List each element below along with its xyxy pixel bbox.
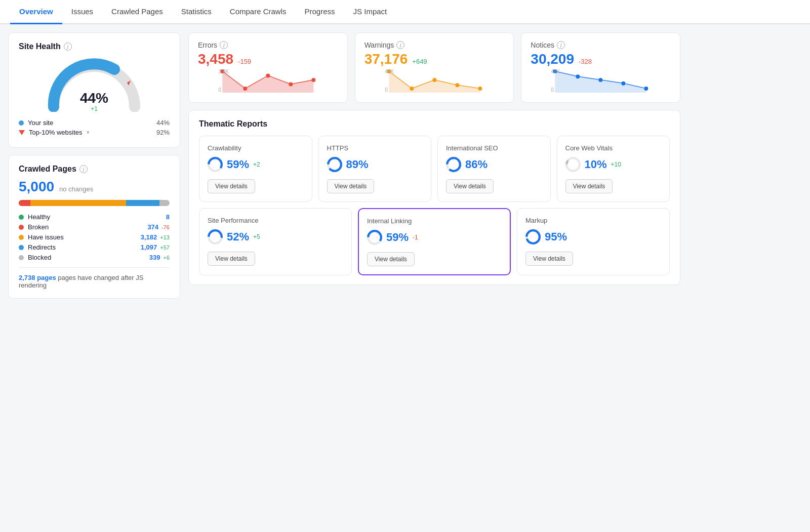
svg-text:+1: +1: [91, 105, 98, 112]
top-reports-grid: Crawlability59%+2View detailsHTTPS89%Vie…: [199, 136, 670, 202]
report-name: International SEO: [446, 144, 542, 152]
donut-icon: [446, 157, 461, 172]
svg-point-18: [576, 74, 580, 78]
svg-point-12: [432, 78, 436, 82]
crawled-divider: [19, 267, 170, 268]
bottom-reports-grid: Site Performance52%+5View detailsInterna…: [199, 208, 670, 275]
site-health-card: Site Health i 44% +1: [8, 32, 180, 148]
metric-label: Notices i: [531, 41, 671, 49]
crawl-item-value: 3,182: [141, 233, 157, 241]
view-details-button[interactable]: View details: [446, 179, 494, 193]
nav-item-compare-crawls[interactable]: Compare Crawls: [221, 0, 296, 24]
mini-chart: 42K0: [531, 67, 671, 93]
your-site-label: Your site: [28, 119, 53, 127]
report-score-row: 52%+5: [208, 229, 343, 244]
report-name: Crawlability: [208, 144, 304, 152]
metric-value: 37,176: [364, 51, 408, 67]
crawled-pages-card: Crawled Pages i 5,000 no changes Healthy…: [8, 155, 180, 299]
crawl-item-value: 374: [147, 223, 158, 231]
nav-item-crawled-pages[interactable]: Crawled Pages: [102, 0, 172, 24]
top10-value: 92%: [156, 129, 170, 136]
nav-item-issues[interactable]: Issues: [62, 0, 102, 24]
report-name: Markup: [525, 217, 661, 224]
metrics-row: Errors i3,458-1593.6K0Warnings i37,176+6…: [188, 32, 680, 103]
crawl-legend: Healthy8Broken374-76Have issues3,182+13R…: [19, 213, 170, 261]
crawl-legend-item: Healthy8: [19, 213, 170, 221]
report-card-core-web-vitals: Core Web Vitals10%+10View details: [557, 136, 670, 202]
site-health-info-icon[interactable]: i: [64, 43, 72, 51]
view-details-button[interactable]: View details: [208, 252, 255, 266]
svg-point-37: [526, 230, 540, 243]
svg-point-11: [410, 87, 414, 91]
report-card-internal-linking: Internal Linking59%-1View details: [358, 208, 511, 275]
crawl-legend-item: Blocked339+6: [19, 254, 170, 261]
crawled-count-row: 5,000 no changes: [19, 179, 170, 195]
svg-point-13: [455, 83, 459, 87]
report-score: 86%: [465, 158, 488, 171]
your-site-dot: [19, 120, 24, 126]
nav-item-statistics[interactable]: Statistics: [172, 0, 221, 24]
changed-pages-link[interactable]: 2,738 pages: [19, 274, 56, 281]
view-details-button[interactable]: View details: [525, 252, 573, 266]
crawl-legend-item: Have issues3,182+13: [19, 233, 170, 241]
report-delta: -1: [413, 234, 418, 241]
crawl-dot: [19, 255, 24, 260]
crawl-dot: [19, 225, 24, 230]
report-score-row: 59%-1: [367, 230, 502, 245]
main-layout: Site Health i 44% +1: [0, 24, 688, 307]
svg-point-7: [311, 78, 315, 82]
svg-text:42K: 42K: [385, 69, 394, 74]
crawled-pages-info-icon[interactable]: i: [79, 165, 88, 173]
metric-label-text: Errors: [198, 41, 217, 49]
crawl-item-value: 339: [149, 254, 160, 261]
report-score: 59%: [386, 231, 409, 244]
crawl-item-value: 8: [166, 213, 170, 221]
nav-item-progress[interactable]: Progress: [296, 0, 344, 24]
metric-delta: +649: [412, 58, 427, 65]
report-score-row: 89%: [327, 157, 423, 172]
crawl-dot: [19, 235, 24, 240]
nav-item-js-impact[interactable]: JS Impact: [344, 0, 396, 24]
svg-point-27: [328, 158, 341, 171]
svg-point-6: [289, 83, 293, 87]
donut-icon: [208, 229, 223, 244]
report-delta: +5: [253, 233, 260, 240]
report-score: 89%: [346, 158, 369, 171]
crawl-item-value: 1,097: [141, 243, 157, 251]
report-score: 10%: [585, 158, 607, 171]
crawled-pages-title: Crawled Pages i: [19, 165, 170, 174]
legend-your-site: Your site 44%: [19, 119, 170, 127]
view-details-button[interactable]: View details: [327, 179, 375, 193]
svg-point-5: [266, 74, 270, 78]
view-details-button[interactable]: View details: [208, 179, 255, 193]
view-details-button[interactable]: View details: [367, 252, 415, 266]
svg-text:0: 0: [385, 87, 388, 93]
metric-info-icon[interactable]: i: [396, 41, 404, 49]
changed-pages-text: 2,738 pages pages have changed after JS …: [19, 274, 170, 289]
thematic-reports-card: Thematic Reports Crawlability59%+2View d…: [188, 110, 680, 285]
report-name: Internal Linking: [367, 217, 502, 225]
crawl-item-delta: +13: [160, 234, 170, 240]
your-site-value: 44%: [156, 119, 170, 127]
report-card-crawlability: Crawlability59%+2View details: [199, 136, 312, 202]
top10-chevron-icon[interactable]: ▾: [87, 129, 90, 136]
site-health-title: Site Health i: [19, 42, 170, 51]
donut-icon: [367, 230, 382, 245]
metric-info-icon[interactable]: i: [220, 41, 228, 49]
view-details-button[interactable]: View details: [565, 179, 613, 193]
metric-label-text: Warnings: [364, 41, 394, 49]
report-card-international-seo: International SEO86%View details: [437, 136, 551, 202]
report-name: HTTPS: [327, 144, 423, 152]
donut-icon: [208, 157, 223, 172]
crawl-legend-item: Broken374-76: [19, 223, 170, 231]
gauge-chart: 44% +1: [44, 56, 145, 112]
donut-icon: [525, 229, 541, 244]
metric-info-icon[interactable]: i: [557, 41, 565, 49]
crawl-item-delta: +6: [163, 255, 170, 261]
nav-item-overview[interactable]: Overview: [10, 0, 62, 24]
report-score-row: 86%: [446, 157, 542, 172]
svg-text:44%: 44%: [80, 90, 108, 106]
metric-card-errors: Errors i3,458-1593.6K0: [188, 32, 348, 103]
donut-icon: [327, 157, 342, 172]
metric-label: Errors i: [198, 41, 338, 49]
